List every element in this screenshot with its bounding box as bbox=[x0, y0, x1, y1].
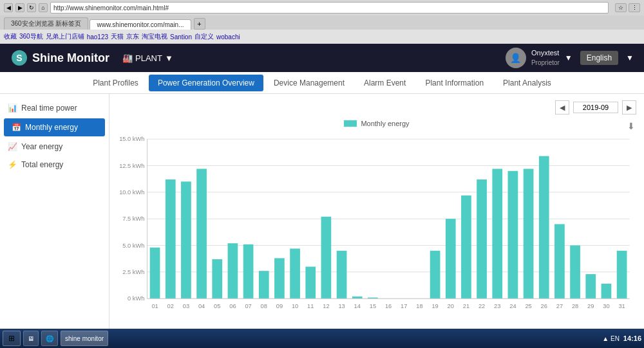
bookmark-10[interactable]: wobachi bbox=[216, 33, 240, 41]
nav-tab-plant-profiles[interactable]: Plant Profiles bbox=[84, 75, 147, 91]
settings-btn[interactable]: ⋮ bbox=[629, 3, 640, 12]
svg-text:22: 22 bbox=[478, 303, 485, 309]
language-selector[interactable]: English bbox=[580, 51, 618, 65]
new-tab-btn[interactable]: + bbox=[194, 18, 205, 30]
taskbar-time: 14:16 bbox=[623, 334, 641, 342]
sidebar-item-year-energy[interactable]: 📈Year energy bbox=[0, 138, 109, 156]
bar-26[interactable] bbox=[539, 156, 549, 299]
bar-27[interactable] bbox=[554, 224, 565, 298]
bar-24[interactable] bbox=[508, 171, 518, 298]
legend-label: Monthly energy bbox=[361, 120, 409, 127]
bar-04[interactable] bbox=[196, 169, 207, 298]
nav-tab-plant-information[interactable]: Plant Information bbox=[416, 75, 493, 91]
bar-09[interactable] bbox=[274, 258, 285, 298]
main-content: 📊Real time power📅Monthly energy📈Year ene… bbox=[0, 94, 644, 334]
bar-29[interactable] bbox=[585, 274, 596, 298]
taskbar-app-3[interactable]: shine monitor bbox=[61, 331, 108, 346]
bar-12[interactable] bbox=[321, 217, 332, 298]
bar-06[interactable] bbox=[228, 243, 238, 298]
bar-13[interactable] bbox=[337, 251, 347, 298]
system-tray: ▲ EN bbox=[602, 335, 620, 342]
prev-month-btn[interactable]: ◀ bbox=[555, 100, 569, 114]
sidebar-icon-real-time-power: 📊 bbox=[8, 104, 17, 113]
svg-text:27: 27 bbox=[556, 303, 563, 309]
svg-text:30: 30 bbox=[603, 303, 609, 309]
sidebar-item-monthly-energy[interactable]: 📅Monthly energy bbox=[4, 118, 105, 136]
nav-tab-alarm-event[interactable]: Alarm Event bbox=[355, 75, 415, 91]
bookmark-8[interactable]: Santion bbox=[170, 33, 192, 41]
plant-label: PLANT bbox=[135, 53, 162, 63]
svg-text:7.5 kWh: 7.5 kWh bbox=[122, 215, 144, 222]
bookmark-6[interactable]: 京东 bbox=[126, 32, 139, 41]
bookmark-9[interactable]: 自定义 bbox=[194, 32, 214, 41]
bar-30[interactable] bbox=[601, 284, 612, 298]
taskbar-app-2[interactable]: 🌐 bbox=[41, 331, 58, 346]
bar-08[interactable] bbox=[259, 271, 269, 298]
address-bar[interactable] bbox=[50, 2, 609, 14]
taskbar-app-1[interactable]: 🖥 bbox=[23, 331, 39, 346]
bookmark-3[interactable]: 兄弟上门店铺 bbox=[46, 32, 84, 41]
bar-21[interactable] bbox=[461, 196, 471, 298]
bookmark-5[interactable]: 天猫 bbox=[111, 32, 124, 41]
bar-01[interactable] bbox=[150, 248, 160, 298]
svg-text:25: 25 bbox=[525, 303, 531, 309]
svg-text:19: 19 bbox=[431, 303, 438, 309]
bar-25[interactable] bbox=[524, 169, 534, 298]
sidebar-item-total-energy[interactable]: ⚡Total energy bbox=[0, 156, 109, 174]
svg-text:31: 31 bbox=[618, 303, 625, 309]
bar-19[interactable] bbox=[430, 251, 440, 298]
bookmark-1[interactable]: 收藏 bbox=[4, 32, 17, 41]
browser-tabs: 360安全浏览器 新标签页 www.shinemonitor.com/main.… bbox=[0, 15, 644, 30]
bar-11[interactable] bbox=[305, 267, 316, 299]
bookmark-4[interactable]: hao123 bbox=[87, 33, 108, 41]
sidebar-label-total-energy: Total energy bbox=[21, 160, 63, 169]
next-month-btn[interactable]: ▶ bbox=[622, 100, 636, 114]
sidebar: 📊Real time power📅Monthly energy📈Year ene… bbox=[0, 94, 109, 334]
bar-07[interactable] bbox=[243, 244, 254, 298]
bar-10[interactable] bbox=[290, 248, 300, 298]
nav-tab-power-generation[interactable]: Power Generation Overview bbox=[149, 75, 263, 91]
bar-23[interactable] bbox=[492, 169, 502, 298]
home-btn[interactable]: ⌂ bbox=[39, 3, 48, 12]
chart-area: ◀ ▶ Monthly energy 0 kWh2.5 kWh5.0 kWh7.… bbox=[109, 94, 644, 334]
svg-text:24: 24 bbox=[509, 303, 516, 309]
taskbar-right: ▲ EN 14:16 bbox=[602, 334, 641, 342]
svg-text:09: 09 bbox=[276, 303, 283, 309]
user-info: 👤 Onyxtest Proprietor ▼ bbox=[506, 48, 573, 68]
bookmark-7[interactable]: 淘宝电视 bbox=[142, 32, 167, 41]
svg-text:14: 14 bbox=[354, 303, 361, 309]
tab-newtab[interactable]: 360安全浏览器 新标签页 bbox=[4, 17, 88, 30]
sidebar-label-real-time-power: Real time power bbox=[21, 104, 77, 113]
bar-20[interactable] bbox=[446, 219, 456, 298]
start-button[interactable]: ⊞ bbox=[3, 331, 21, 346]
bar-28[interactable] bbox=[570, 246, 580, 299]
svg-text:26: 26 bbox=[541, 303, 547, 309]
browser-action-btn[interactable]: ☆ bbox=[615, 3, 627, 12]
sidebar-icon-total-energy: ⚡ bbox=[8, 160, 17, 169]
plant-chevron: ▼ bbox=[165, 53, 173, 63]
sidebar-item-real-time-power[interactable]: 📊Real time power bbox=[0, 99, 109, 117]
date-input[interactable] bbox=[573, 102, 618, 113]
bar-31[interactable] bbox=[617, 251, 627, 298]
svg-text:01: 01 bbox=[151, 303, 158, 309]
bookmark-2[interactable]: 360导航 bbox=[19, 32, 43, 41]
forward-btn[interactable]: ▶ bbox=[15, 3, 24, 12]
svg-text:08: 08 bbox=[261, 303, 267, 309]
tab-active[interactable]: www.shinemonitor.com/main... bbox=[90, 19, 191, 30]
bar-02[interactable] bbox=[166, 179, 176, 298]
nav-tab-plant-analysis[interactable]: Plant Analysis bbox=[494, 75, 560, 91]
svg-text:15: 15 bbox=[370, 303, 376, 309]
bar-03[interactable] bbox=[181, 181, 191, 298]
svg-text:S: S bbox=[16, 53, 22, 63]
sidebar-icon-year-energy: 📈 bbox=[8, 142, 17, 151]
bar-05[interactable] bbox=[212, 259, 222, 298]
back-btn[interactable]: ◀ bbox=[4, 3, 13, 12]
download-btn[interactable]: ⬇ bbox=[627, 121, 635, 131]
nav-tab-device-management[interactable]: Device Management bbox=[265, 75, 354, 91]
bar-22[interactable] bbox=[477, 179, 487, 298]
svg-text:29: 29 bbox=[587, 303, 594, 309]
chart-controls: ◀ ▶ bbox=[117, 100, 636, 114]
refresh-btn[interactable]: ↻ bbox=[27, 3, 36, 12]
user-dropdown-arrow: ▼ bbox=[565, 53, 573, 62]
nav-plant-dropdown[interactable]: 🏭 PLANT ▼ bbox=[122, 53, 173, 63]
